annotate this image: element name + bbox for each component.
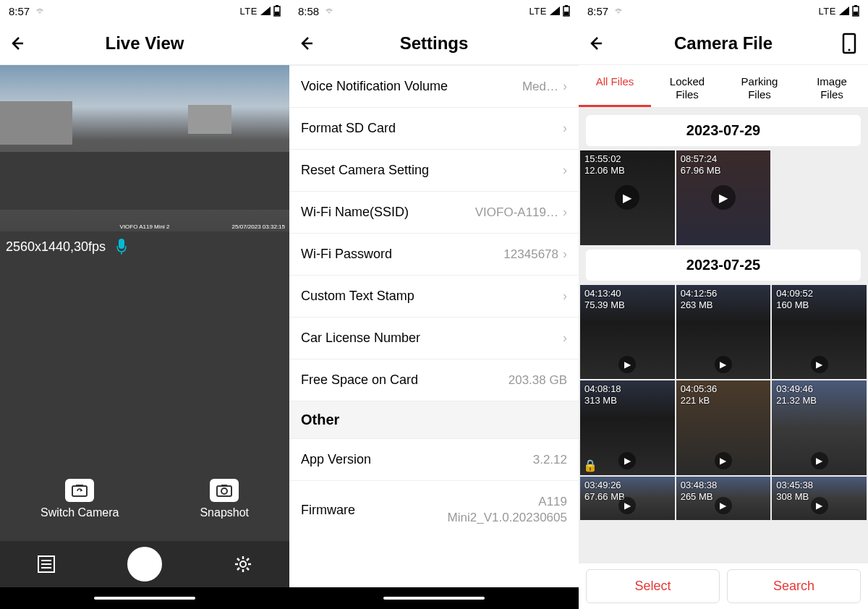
preview-stamp-model: VIOFO A119 Mini 2: [120, 223, 170, 230]
chevron-right-icon: ›: [563, 79, 567, 94]
search-button[interactable]: Search: [727, 569, 861, 603]
page-title: Settings: [400, 33, 469, 54]
resolution-text: 2560x1440,30fps: [6, 239, 106, 255]
setting-voice-volume[interactable]: Voice Notification Volume Med…›: [289, 66, 579, 108]
chevron-right-icon: ›: [563, 289, 567, 304]
video-thumbnail[interactable]: 04:05:36 221 kB ▶: [676, 380, 771, 475]
play-icon: ▶: [811, 356, 828, 373]
preview-stamp-date: 25/07/2023 03:32:15: [232, 223, 285, 230]
settings-icon[interactable]: [232, 553, 254, 575]
svg-rect-2: [275, 12, 279, 15]
play-icon: ▶: [811, 452, 828, 469]
tab-locked-files[interactable]: LockedFiles: [651, 71, 723, 107]
file-tabs: All Files LockedFiles ParkingFiles Image…: [579, 65, 868, 108]
play-icon: ▶: [715, 356, 732, 373]
camera-preview[interactable]: VIOFO A119 Mini 2 25/07/2023 03:32:15: [0, 65, 289, 231]
svg-rect-16: [564, 12, 569, 15]
play-icon: ▶: [715, 497, 732, 514]
microphone-icon[interactable]: [116, 239, 127, 255]
video-thumbnail[interactable]: 03:49:46 21.32 MB ▶: [772, 380, 867, 475]
svg-point-8: [221, 488, 227, 494]
video-thumbnail[interactable]: 03:45:38 308 MB ▶: [772, 477, 867, 520]
svg-point-23: [848, 48, 851, 51]
files-icon[interactable]: [35, 553, 57, 575]
header: Settings: [289, 22, 579, 65]
home-indicator[interactable]: [94, 597, 195, 600]
setting-text-stamp[interactable]: Custom Text Stamp ›: [289, 276, 579, 318]
network-label: LTE: [819, 6, 836, 17]
chevron-right-icon: ›: [563, 247, 567, 262]
setting-wifi-password[interactable]: Wi-Fi Password 12345678›: [289, 234, 579, 276]
resolution-bar: 2560x1440,30fps: [0, 231, 289, 262]
svg-rect-20: [854, 12, 858, 15]
status-bar: 8:57 LTE: [0, 0, 289, 22]
battery-icon: [563, 5, 570, 17]
tab-all-files[interactable]: All Files: [579, 71, 651, 107]
bottom-nav: [0, 541, 289, 587]
play-icon: ▶: [615, 185, 639, 210]
switch-camera-icon: [65, 479, 94, 502]
wifi-icon: [34, 7, 46, 15]
setting-reset-camera[interactable]: Reset Camera Setting ›: [289, 150, 579, 192]
network-label: LTE: [240, 6, 258, 17]
lock-icon: 🔒: [583, 459, 597, 472]
video-thumbnail[interactable]: 15:55:02 12.06 MB ▶: [580, 150, 675, 245]
signal-icon: [550, 7, 560, 15]
phone-settings: 8:58 LTE Settings Voice Notification Vol…: [289, 0, 579, 609]
phone-camera-file: 8:57 LTE Camera File All Files LockedFil…: [579, 0, 868, 609]
phone-live-view: 8:57 LTE Live View VIOFO A119 Mini 2 25/…: [0, 0, 289, 609]
video-thumbnail[interactable]: 04:13:40 75.39 MB ▶: [580, 285, 675, 380]
setting-free-space: Free Space on Card 203.38 GB: [289, 359, 579, 401]
play-icon: ▶: [811, 497, 828, 514]
chevron-right-icon: ›: [563, 163, 567, 178]
tab-parking-files[interactable]: ParkingFiles: [723, 71, 796, 107]
switch-camera-button[interactable]: Switch Camera: [41, 479, 119, 519]
video-thumbnail[interactable]: 03:48:38 265 MB ▶: [676, 477, 771, 520]
files-list[interactable]: 2023-07-29 15:55:02 12.06 MB ▶ 08:57:24 …: [579, 108, 868, 563]
home-indicator[interactable]: [383, 597, 485, 600]
settings-list[interactable]: Voice Notification Volume Med…› Format S…: [289, 65, 579, 587]
play-icon: ▶: [618, 452, 636, 469]
tab-image-files[interactable]: ImageFiles: [796, 71, 868, 107]
status-time: 8:57: [587, 5, 608, 17]
svg-rect-15: [565, 5, 568, 7]
header: Camera File: [579, 22, 868, 65]
status-bar: 8:58 LTE: [289, 0, 579, 22]
snapshot-button[interactable]: Snapshot: [200, 479, 249, 519]
page-title: Live View: [106, 33, 184, 54]
setting-license-plate[interactable]: Car License Number ›: [289, 318, 579, 359]
video-thumbnail[interactable]: 03:49:26 67.66 MB ▶: [580, 477, 675, 520]
signal-icon: [260, 7, 271, 15]
setting-wifi-ssid[interactable]: Wi-Fi Name(SSID) VIOFO-A119…›: [289, 192, 579, 234]
select-button[interactable]: Select: [586, 569, 720, 603]
video-thumbnail[interactable]: 04:08:18 313 MB ▶ 🔒: [580, 380, 675, 475]
bottom-actions: Select Search: [579, 563, 868, 609]
svg-point-13: [240, 561, 246, 567]
status-bar: 8:57 LTE: [579, 0, 868, 22]
video-thumbnail[interactable]: 04:09:52 160 MB ▶: [772, 285, 867, 380]
battery-icon: [273, 5, 281, 17]
play-icon: ▶: [715, 452, 732, 469]
video-thumbnail[interactable]: 04:12:56 263 MB ▶: [676, 285, 771, 380]
section-other: Other: [289, 401, 579, 439]
network-label: LTE: [529, 6, 547, 17]
chevron-right-icon: ›: [563, 121, 567, 136]
status-time: 8:57: [9, 5, 30, 17]
svg-rect-6: [72, 486, 87, 496]
chevron-right-icon: ›: [563, 205, 567, 220]
back-button[interactable]: [298, 35, 315, 52]
setting-app-version: App Version 3.2.12: [289, 439, 579, 481]
wifi-icon: [323, 7, 335, 15]
back-button[interactable]: [9, 35, 26, 52]
video-thumbnail[interactable]: 08:57:24 67.96 MB ▶: [676, 150, 771, 245]
svg-rect-19: [854, 5, 857, 7]
device-icon[interactable]: [842, 33, 856, 54]
setting-format-sd[interactable]: Format SD Card ›: [289, 108, 579, 150]
play-icon: ▶: [711, 185, 736, 210]
wifi-icon: [613, 7, 624, 15]
page-title: Camera File: [674, 33, 773, 54]
back-button[interactable]: [587, 35, 605, 52]
svg-rect-1: [276, 5, 278, 7]
record-button[interactable]: [127, 547, 162, 582]
play-icon: ▶: [618, 356, 636, 373]
